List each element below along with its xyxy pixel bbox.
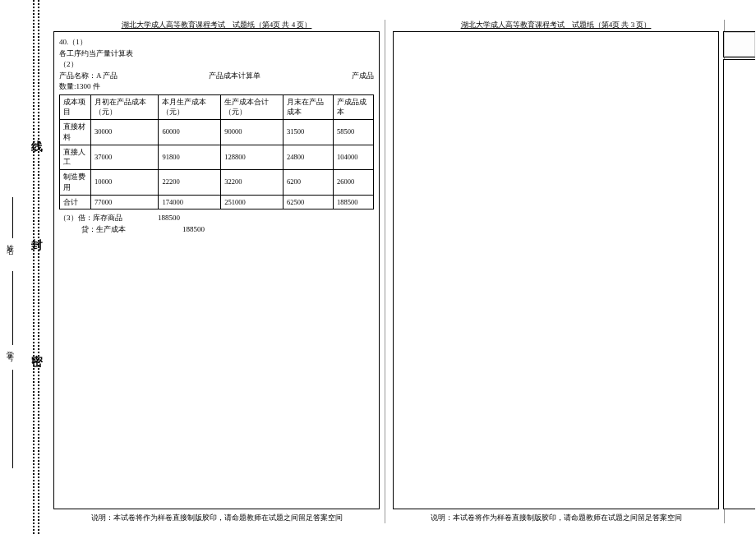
cell: 77000 xyxy=(90,195,158,209)
cost-table: 成本项目 月初在产品成本（元） 本月生产成本（元） 生产成本合计（元） 月末在产… xyxy=(59,94,374,210)
table-header-row: 成本项目 月初在产品成本（元） 本月生产成本（元） 生产成本合计（元） 月末在产… xyxy=(60,94,374,120)
col-header: 生产成本合计（元） xyxy=(221,94,284,120)
product-kind: 产成品 xyxy=(352,71,374,82)
page-header-left: 湖北大学成人高等教育课程考试 试题纸（第4页 共 4 页） xyxy=(54,20,379,30)
col-header: 月初在产品成本（元） xyxy=(90,94,158,120)
cell: 直接材料 xyxy=(60,120,91,145)
page-divider xyxy=(385,20,385,523)
fragment-box xyxy=(723,31,755,58)
entry-amount: 188500 xyxy=(182,224,248,236)
fragment-box xyxy=(723,59,755,509)
gutter-fill-line xyxy=(12,370,13,468)
cell: 91800 xyxy=(159,145,221,170)
cell: 30000 xyxy=(90,120,158,145)
exam-page-left: 湖北大学成人高等教育课程考试 试题纸（第4页 共 4 页） 40.（1） 各工序… xyxy=(53,31,380,509)
table-row: 制造费用 10000 22200 32200 6200 26000 xyxy=(60,170,374,196)
gutter-fill-line xyxy=(12,197,13,238)
sheet-title: 产品成本计算单 xyxy=(209,71,260,82)
cell: 90000 xyxy=(221,120,284,145)
table-row: 直接人工 37000 91800 128800 24800 104000 xyxy=(60,145,374,170)
cell: 62500 xyxy=(284,195,334,209)
col-header: 成本项目 xyxy=(60,94,91,120)
table-row: 直接材料 30000 60000 90000 31500 58500 xyxy=(60,120,374,145)
cell: 32200 xyxy=(221,170,284,196)
cell: 174000 xyxy=(159,195,221,209)
gutter-fill-line xyxy=(12,271,13,345)
cell: 制造费用 xyxy=(60,170,91,196)
entry-amount: 188500 xyxy=(158,213,224,224)
cell: 26000 xyxy=(334,170,374,196)
page-content: 40.（1） 各工序约当产量计算表 （2） 产品名称：A 产品 产品成本计算单 … xyxy=(54,32,379,240)
next-sheet-fragment xyxy=(723,31,756,509)
col-header: 月末在产品成本 xyxy=(284,94,334,120)
cell: 22200 xyxy=(159,170,221,196)
cell: 合计 xyxy=(60,195,91,209)
quantity-line: 数量:1300 件 xyxy=(59,81,374,93)
cell: 37000 xyxy=(90,145,158,170)
sheet-meta-row: 产品名称：A 产品 产品成本计算单 产成品 xyxy=(59,71,374,82)
cell: 31500 xyxy=(284,120,334,145)
cell: 60000 xyxy=(159,120,221,145)
question-subpart: （2） xyxy=(59,59,374,71)
page-header-text: 湖北大学成人高等教育课程考试 试题纸（第4页 共 3 页） xyxy=(461,21,652,29)
col-header: 本月生产成本（元） xyxy=(159,94,221,120)
page-header-text: 湖北大学成人高等教育课程考试 试题纸（第4页 共 4 页） xyxy=(122,21,312,29)
cell: 直接人工 xyxy=(60,145,91,170)
cell: 24800 xyxy=(284,145,334,170)
entry-credit: 贷：生产成本 xyxy=(59,224,182,236)
table-row-total: 合计 77000 174000 251000 62500 188500 xyxy=(60,195,374,209)
page-footer-right: 说明：本试卷将作为样卷直接制版胶印，请命题教师在试题之间留足答案空间 xyxy=(394,513,718,523)
product-name: 产品名称：A 产品 xyxy=(59,71,118,82)
cell: 188500 xyxy=(334,195,374,209)
cell: 6200 xyxy=(284,170,334,196)
cell: 251000 xyxy=(221,195,284,209)
col-header: 产成品成本 xyxy=(334,94,374,120)
table-body: 直接材料 30000 60000 90000 31500 58500 直接人工 … xyxy=(60,120,374,209)
binding-gutter: 线 封 密 姓名 学号 xyxy=(0,0,49,534)
cell: 10000 xyxy=(90,170,158,196)
question-line: 各工序约当产量计算表 xyxy=(59,48,374,60)
entry-debit: （3）借：库存商品 xyxy=(59,213,158,224)
page-header-right: 湖北大学成人高等教育课程考试 试题纸（第4页 共 3 页） xyxy=(394,20,718,30)
cell: 128800 xyxy=(221,145,284,170)
question-number: 40.（1） xyxy=(59,37,374,48)
gutter-label-id: 学号 xyxy=(7,345,14,352)
exam-page-right: 湖北大学成人高等教育课程考试 试题纸（第4页 共 3 页） 说明：本试卷将作为样… xyxy=(393,31,719,509)
page-footer-left: 说明：本试卷将作为样卷直接制版胶印，请命题教师在试题之间留足答案空间 xyxy=(54,513,379,523)
cell: 58500 xyxy=(334,120,374,145)
journal-entry: （3）借：库存商品 188500 贷：生产成本 188500 xyxy=(59,213,374,235)
dotted-rule-2 xyxy=(38,0,43,534)
gutter-label-name: 姓名 xyxy=(7,238,14,245)
cell: 104000 xyxy=(334,145,374,170)
